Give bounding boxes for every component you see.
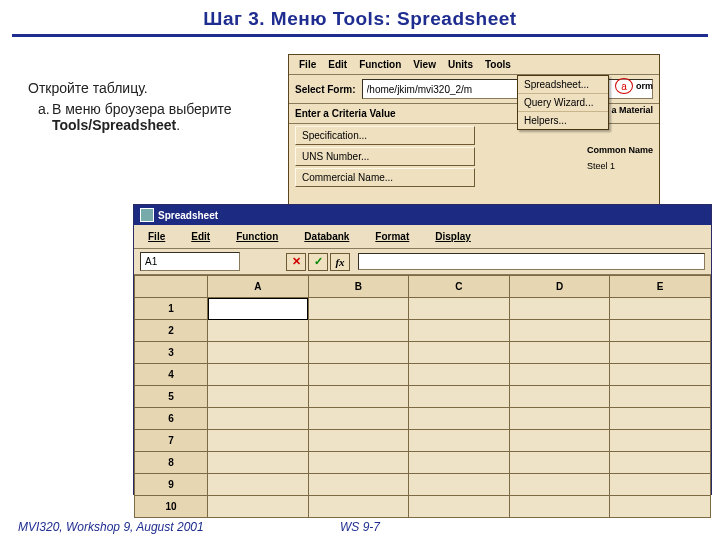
ss-menu-function[interactable]: Function	[232, 229, 282, 244]
cell[interactable]	[308, 342, 409, 364]
cell-reference[interactable]: A1	[140, 252, 240, 271]
cell[interactable]	[308, 408, 409, 430]
cell[interactable]	[509, 386, 610, 408]
instruction-step-a: a. В меню броузера выберите Tools/Spread…	[38, 101, 258, 133]
cell[interactable]	[208, 496, 309, 518]
footer-mid: WS 9-7	[246, 520, 474, 534]
row-header[interactable]: 1	[135, 298, 208, 320]
cell[interactable]	[509, 496, 610, 518]
col-header-e[interactable]: E	[610, 276, 711, 298]
cell[interactable]	[610, 342, 711, 364]
cell[interactable]	[409, 408, 510, 430]
app-icon	[140, 208, 154, 222]
cell[interactable]	[409, 298, 510, 320]
col-header-d[interactable]: D	[509, 276, 610, 298]
menu-function[interactable]: Function	[355, 57, 405, 72]
cell[interactable]	[509, 320, 610, 342]
cell[interactable]	[610, 364, 711, 386]
menu-view[interactable]: View	[409, 57, 440, 72]
cell[interactable]	[409, 452, 510, 474]
cell[interactable]	[409, 430, 510, 452]
ss-menu-edit[interactable]: Edit	[187, 229, 214, 244]
cell[interactable]	[208, 342, 309, 364]
row-header[interactable]: 6	[135, 408, 208, 430]
cell[interactable]	[610, 430, 711, 452]
fx-button-group: ✕ ✓ fx	[286, 253, 350, 271]
cell-a1[interactable]	[208, 298, 309, 320]
cell[interactable]	[308, 364, 409, 386]
cell[interactable]	[208, 430, 309, 452]
cancel-icon[interactable]: ✕	[286, 253, 306, 271]
cell[interactable]	[409, 386, 510, 408]
slide-title: Шаг 3. Меню Tools: Spreadsheet	[0, 8, 720, 30]
spreadsheet-grid[interactable]: A B C D E 1 2 3 4 5 6 7 8 9 10	[134, 275, 711, 518]
row-header[interactable]: 3	[135, 342, 208, 364]
select-form-label: Select Form:	[295, 84, 356, 95]
row-header[interactable]: 9	[135, 474, 208, 496]
row-header[interactable]: 10	[135, 496, 208, 518]
cell[interactable]	[208, 474, 309, 496]
row-header[interactable]: 5	[135, 386, 208, 408]
row-header[interactable]: 2	[135, 320, 208, 342]
criteria-commercial-button[interactable]: Commercial Name...	[295, 168, 475, 187]
cell[interactable]	[208, 452, 309, 474]
cell[interactable]	[509, 408, 610, 430]
cell[interactable]	[610, 408, 711, 430]
cell[interactable]	[308, 430, 409, 452]
menu-edit[interactable]: Edit	[324, 57, 351, 72]
cell[interactable]	[509, 430, 610, 452]
dropdown-query-wizard[interactable]: Query Wizard...	[518, 94, 608, 112]
row-header[interactable]: 7	[135, 430, 208, 452]
cell[interactable]	[509, 364, 610, 386]
cell[interactable]	[308, 496, 409, 518]
cell[interactable]	[208, 408, 309, 430]
cell[interactable]	[308, 452, 409, 474]
dropdown-helpers[interactable]: Helpers...	[518, 112, 608, 129]
cell[interactable]	[208, 386, 309, 408]
cell[interactable]	[308, 320, 409, 342]
cell[interactable]	[509, 452, 610, 474]
cell[interactable]	[509, 342, 610, 364]
cell[interactable]	[208, 364, 309, 386]
browser-menubar: File Edit Function View Units Tools	[289, 55, 659, 75]
ss-menu-format[interactable]: Format	[371, 229, 413, 244]
cell[interactable]	[509, 474, 610, 496]
row-header[interactable]: 4	[135, 364, 208, 386]
cell[interactable]	[610, 474, 711, 496]
cell[interactable]	[409, 496, 510, 518]
formula-input[interactable]	[358, 253, 705, 270]
menu-tools[interactable]: Tools	[481, 57, 515, 72]
cell[interactable]	[610, 298, 711, 320]
row-header[interactable]: 8	[135, 452, 208, 474]
col-header-b[interactable]: B	[308, 276, 409, 298]
cell[interactable]	[610, 320, 711, 342]
menu-units[interactable]: Units	[444, 57, 477, 72]
confirm-icon[interactable]: ✓	[308, 253, 328, 271]
cell[interactable]	[308, 474, 409, 496]
criteria-uns-button[interactable]: UNS Number...	[295, 147, 475, 166]
cell[interactable]	[409, 342, 510, 364]
select-form-input[interactable]	[362, 79, 653, 99]
cell[interactable]	[308, 386, 409, 408]
cell[interactable]	[409, 320, 510, 342]
dropdown-spreadsheet[interactable]: Spreadsheet...	[518, 76, 608, 94]
corner-cell[interactable]	[135, 276, 208, 298]
cell[interactable]	[208, 320, 309, 342]
footer-left: MVI320, Workshop 9, August 2001	[18, 520, 246, 534]
ss-menu-databank[interactable]: Databank	[300, 229, 353, 244]
criteria-specification-button[interactable]: Specification...	[295, 126, 475, 145]
menu-file[interactable]: File	[295, 57, 320, 72]
cell[interactable]	[610, 496, 711, 518]
cell[interactable]	[610, 386, 711, 408]
col-header-a[interactable]: A	[208, 276, 309, 298]
col-header-c[interactable]: C	[409, 276, 510, 298]
cell[interactable]	[509, 298, 610, 320]
cell[interactable]	[409, 474, 510, 496]
cell[interactable]	[409, 364, 510, 386]
cell[interactable]	[308, 298, 409, 320]
instruction-open: Откройте таблицу.	[28, 80, 258, 96]
fx-icon[interactable]: fx	[330, 253, 350, 271]
cell[interactable]	[610, 452, 711, 474]
ss-menu-file[interactable]: File	[144, 229, 169, 244]
ss-menu-display[interactable]: Display	[431, 229, 475, 244]
